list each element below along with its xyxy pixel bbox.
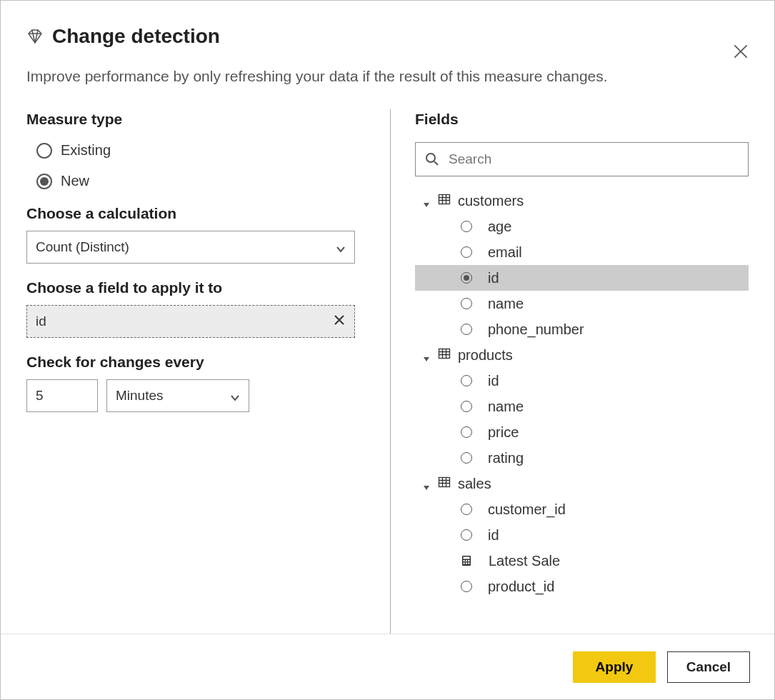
- field-radio-icon: [461, 504, 472, 515]
- field-radio-icon: [461, 452, 472, 464]
- field-row[interactable]: id: [415, 368, 749, 394]
- field-name: Latest Sale: [489, 553, 560, 569]
- radio-label: Existing: [61, 142, 111, 159]
- field-name: name: [488, 399, 524, 415]
- svg-rect-6: [464, 560, 465, 561]
- table-name: sales: [458, 476, 491, 492]
- field-name: email: [488, 244, 522, 261]
- apply-button[interactable]: Apply: [573, 651, 656, 683]
- svg-rect-8: [468, 560, 469, 561]
- field-radio-icon: [461, 246, 472, 258]
- fields-tree[interactable]: customersageemailidnamephone_numberprodu…: [415, 188, 749, 634]
- field-row[interactable]: age: [415, 214, 749, 239]
- field-radio-icon: [461, 298, 472, 309]
- chevron-down-icon: [336, 242, 346, 252]
- calculation-value: Count (Distinct): [36, 239, 129, 255]
- apply-field-box[interactable]: id: [26, 305, 355, 338]
- apply-field-value: id: [36, 314, 46, 329]
- radio-icon: [36, 143, 52, 159]
- cancel-button[interactable]: Cancel: [667, 651, 750, 683]
- fields-heading: Fields: [415, 111, 749, 128]
- clear-field-button[interactable]: [333, 314, 346, 330]
- calculation-select[interactable]: Count (Distinct): [26, 231, 355, 264]
- svg-point-0: [426, 154, 435, 162]
- interval-heading: Check for changes every: [26, 354, 369, 371]
- svg-rect-2: [439, 349, 450, 358]
- interval-unit-value: Minutes: [116, 388, 164, 404]
- field-row[interactable]: product_id: [415, 574, 749, 599]
- field-radio-icon: [461, 581, 472, 592]
- expand-icon: [422, 351, 431, 359]
- field-name: phone_number: [488, 321, 584, 338]
- field-name: age: [488, 219, 511, 235]
- table-icon: [438, 193, 451, 209]
- calculation-heading: Choose a calculation: [26, 205, 369, 222]
- field-name: id: [488, 373, 499, 389]
- table-row[interactable]: products: [415, 342, 749, 368]
- close-button[interactable]: [731, 42, 750, 64]
- expand-icon: [422, 196, 431, 205]
- diamond-icon: [26, 28, 44, 45]
- field-row[interactable]: price: [415, 419, 749, 445]
- table-icon: [438, 347, 451, 364]
- svg-rect-11: [468, 563, 469, 564]
- svg-rect-10: [466, 563, 467, 564]
- search-icon: [425, 152, 439, 169]
- field-radio-icon: [461, 324, 472, 335]
- field-row[interactable]: email: [415, 239, 749, 265]
- radio-existing[interactable]: Existing: [36, 142, 369, 159]
- field-name: id: [488, 527, 499, 544]
- field-name: customer_id: [488, 501, 566, 518]
- svg-rect-9: [464, 563, 465, 564]
- fields-search-input[interactable]: [415, 142, 749, 176]
- svg-rect-5: [464, 557, 470, 559]
- field-row[interactable]: phone_number: [415, 316, 749, 342]
- field-row[interactable]: id: [415, 265, 749, 291]
- field-row[interactable]: Latest Sale: [415, 548, 749, 574]
- field-row[interactable]: id: [415, 522, 749, 548]
- field-row[interactable]: name: [415, 394, 749, 419]
- field-row[interactable]: name: [415, 291, 749, 316]
- expand-icon: [422, 479, 431, 488]
- table-row[interactable]: customers: [415, 188, 749, 214]
- radio-new[interactable]: New: [36, 173, 369, 189]
- field-radio-icon: [461, 375, 472, 386]
- table-row[interactable]: sales: [415, 471, 749, 496]
- field-row[interactable]: rating: [415, 445, 749, 471]
- field-radio-icon: [461, 221, 472, 232]
- dialog-subtitle: Improve performance by only refreshing y…: [26, 68, 749, 85]
- radio-icon: [36, 174, 52, 189]
- field-name: id: [488, 270, 499, 286]
- field-name: product_id: [488, 579, 554, 595]
- field-name: rating: [488, 450, 524, 466]
- apply-field-heading: Choose a field to apply it to: [26, 279, 369, 296]
- measure-icon: [460, 554, 473, 567]
- chevron-down-icon: [230, 391, 240, 401]
- measure-type-heading: Measure type: [26, 111, 369, 128]
- field-row[interactable]: customer_id: [415, 496, 749, 522]
- field-radio-icon: [461, 426, 472, 438]
- field-radio-icon: [461, 401, 472, 412]
- interval-value-input[interactable]: [26, 379, 98, 412]
- svg-rect-1: [439, 194, 450, 204]
- table-name: customers: [458, 193, 524, 209]
- interval-unit-select[interactable]: Minutes: [106, 379, 249, 412]
- radio-label: New: [61, 173, 89, 189]
- svg-rect-3: [439, 477, 450, 486]
- table-name: products: [458, 347, 513, 364]
- dialog-title: Change detection: [52, 25, 220, 48]
- field-radio-icon: [461, 529, 472, 541]
- field-name: name: [488, 296, 524, 312]
- svg-rect-7: [466, 560, 467, 561]
- table-icon: [438, 476, 451, 492]
- field-name: price: [488, 424, 519, 441]
- field-radio-icon: [461, 272, 472, 284]
